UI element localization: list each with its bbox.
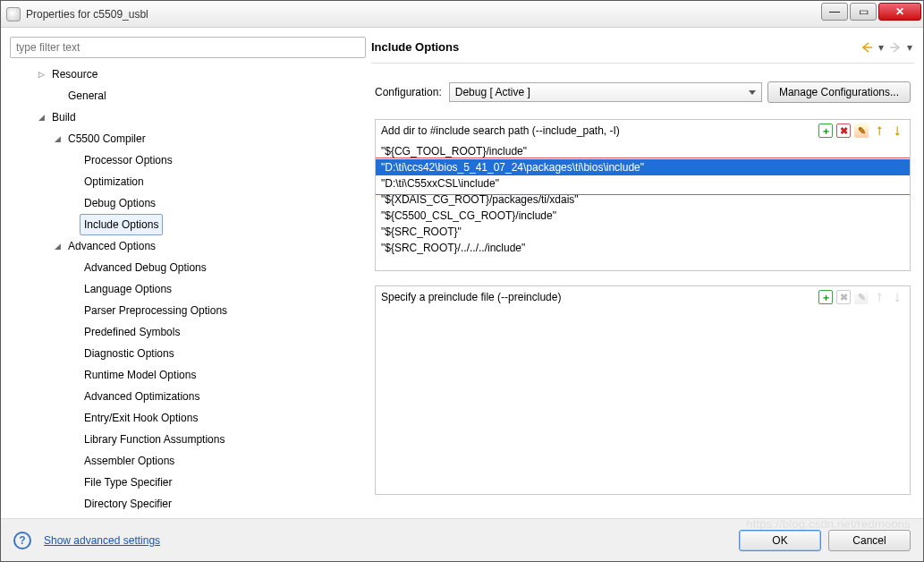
list-item[interactable]: "D:\ti\C55xxCSL\include" — [376, 175, 910, 192]
page-title: Include Options — [371, 40, 857, 54]
tree-item-label: Debug Options — [80, 192, 160, 214]
list-item[interactable]: "${SRC_ROOT}/../../../include" — [376, 240, 910, 256]
list-item[interactable]: "${C5500_CSL_CG_ROOT}/include" — [376, 208, 910, 224]
tree-item[interactable]: File Type Specifier — [10, 472, 366, 493]
tree-twisty-icon[interactable]: ◢ — [51, 130, 64, 148]
preinclude-title: Specify a preinclude file (--preinclude) — [381, 291, 818, 303]
tree-item-label: Runtime Model Options — [80, 364, 200, 386]
move-up-preinclude-icon[interactable]: ⭡ — [872, 290, 886, 304]
window-buttons: — ▭ ✕ — [819, 3, 921, 21]
window-title: Properties for c5509_usbl — [26, 8, 819, 21]
show-advanced-link[interactable]: Show advanced settings — [44, 534, 160, 547]
close-button[interactable]: ✕ — [878, 3, 921, 21]
tree-twisty-icon[interactable]: ▷ — [35, 65, 47, 83]
cancel-button[interactable]: Cancel — [828, 530, 911, 551]
tree-item[interactable]: General — [10, 85, 366, 106]
maximize-icon: ▭ — [859, 5, 869, 18]
tree-item-label: Optimization — [80, 171, 148, 192]
nav-back-button[interactable] — [859, 39, 875, 55]
tree-item-label: Directory Specifier — [80, 493, 176, 509]
include-path-toolbar: ＋ ✖ ✎ ⭡ ⭣ — [818, 123, 904, 138]
include-path-panel: Add dir to #include search path (--inclu… — [375, 119, 911, 271]
tree-item-label: Include Options — [80, 214, 163, 235]
content-column: Include Options ▾ ▾ Configuration: Debug… — [371, 37, 914, 509]
tree-item[interactable]: Library Function Assumptions — [10, 429, 366, 450]
nav-column: ▷ResourceGeneral◢Build◢C5500 CompilerPro… — [10, 37, 366, 509]
tree-twisty-icon[interactable]: ◢ — [51, 237, 64, 255]
tree-item[interactable]: Processor Options — [10, 149, 366, 171]
tree-item[interactable]: Include Options — [10, 214, 366, 235]
tree-item[interactable]: Language Options — [10, 278, 366, 300]
app-icon — [6, 7, 21, 21]
nav-forward-button[interactable] — [887, 39, 903, 55]
add-path-icon[interactable]: ＋ — [818, 123, 833, 138]
nav-tree[interactable]: ▷ResourceGeneral◢Build◢C5500 CompilerPro… — [10, 64, 366, 509]
list-item[interactable]: "${CG_TOOL_ROOT}/include" — [376, 143, 910, 159]
filter-input[interactable] — [10, 37, 366, 58]
include-path-header: Add dir to #include search path (--inclu… — [376, 120, 910, 143]
move-up-icon[interactable]: ⭡ — [872, 123, 886, 138]
delete-path-icon[interactable]: ✖ — [836, 123, 851, 138]
configuration-row: Configuration: Debug [ Active ] Manage C… — [375, 81, 911, 103]
include-path-title: Add dir to #include search path (--inclu… — [381, 124, 818, 137]
tree-item[interactable]: ◢C5500 Compiler — [10, 128, 366, 149]
edit-preinclude-icon[interactable]: ✎ — [854, 290, 869, 304]
tree-twisty-icon[interactable]: ◢ — [35, 108, 47, 126]
tree-item[interactable]: Predefined Symbols — [10, 321, 366, 343]
dialog-footer: ? Show advanced settings OK Cancel — [1, 518, 923, 561]
nav-back-menu-button[interactable]: ▾ — [877, 39, 886, 55]
configuration-label: Configuration: — [375, 86, 442, 98]
titlebar: Properties for c5509_usbl — ▭ ✕ — [1, 1, 923, 28]
tree-item[interactable]: Advanced Debug Options — [10, 257, 366, 278]
tree-item[interactable]: Directory Specifier — [10, 493, 366, 509]
tree-item-label: Language Options — [80, 278, 176, 300]
delete-preinclude-icon[interactable]: ✖ — [836, 290, 851, 304]
tree-item-label: Build — [47, 106, 81, 128]
tree-item[interactable]: Runtime Model Options — [10, 364, 366, 386]
list-item[interactable]: "${XDAIS_CG_ROOT}/packages/ti/xdais" — [376, 192, 910, 208]
tree-item-label: Resource — [47, 64, 102, 85]
tree-item[interactable]: Assembler Options — [10, 450, 366, 472]
move-down-preinclude-icon[interactable]: ⭣ — [890, 290, 904, 304]
ok-button[interactable]: OK — [739, 530, 821, 551]
nav-forward-menu-button[interactable]: ▾ — [905, 39, 914, 55]
tree-item-label: File Type Specifier — [80, 472, 177, 493]
tree-item[interactable]: ◢Advanced Options — [10, 235, 366, 257]
tree-item-label: Assembler Options — [80, 450, 179, 472]
help-icon[interactable]: ? — [13, 532, 31, 549]
minimize-button[interactable]: — — [821, 3, 848, 21]
close-icon: ✕ — [895, 5, 904, 18]
dialog-body: ▷ResourceGeneral◢Build◢C5500 CompilerPro… — [1, 28, 923, 518]
add-preinclude-icon[interactable]: ＋ — [818, 290, 833, 304]
tree-item-label: Advanced Debug Options — [80, 257, 211, 278]
move-down-icon[interactable]: ⭣ — [890, 123, 904, 138]
preinclude-list[interactable] — [376, 310, 910, 494]
list-item[interactable]: "D:\ti\ccs42\bios_5_41_07_24\packages\ti… — [376, 159, 910, 175]
edit-path-icon[interactable]: ✎ — [854, 123, 869, 138]
tree-item-label: Entry/Exit Hook Options — [80, 407, 202, 429]
tree-item-label: Predefined Symbols — [80, 321, 184, 343]
tree-item-label: Diagnostic Options — [80, 343, 179, 364]
manage-configurations-button[interactable]: Manage Configurations... — [767, 81, 911, 103]
tree-item[interactable]: Debug Options — [10, 192, 366, 214]
tree-item-label: Advanced Optimizations — [80, 386, 204, 407]
arrow-right-icon — [889, 41, 902, 54]
tree-item-label: Advanced Options — [64, 235, 160, 257]
tree-item[interactable]: Parser Preprocessing Options — [10, 300, 366, 321]
tree-item[interactable]: ◢Build — [10, 106, 366, 128]
tree-item[interactable]: Advanced Optimizations — [10, 386, 366, 407]
tree-item[interactable]: Diagnostic Options — [10, 343, 366, 364]
include-path-list[interactable]: "${CG_TOOL_ROOT}/include""D:\ti\ccs42\bi… — [376, 143, 910, 270]
list-item[interactable]: "${SRC_ROOT}" — [376, 224, 910, 240]
maximize-button[interactable]: ▭ — [850, 3, 877, 21]
preinclude-header: Specify a preinclude file (--preinclude)… — [376, 286, 910, 310]
tree-item-label: Processor Options — [80, 149, 177, 171]
configuration-combo[interactable]: Debug [ Active ] — [449, 82, 762, 102]
preinclude-panel: Specify a preinclude file (--preinclude)… — [375, 285, 911, 495]
tree-item[interactable]: Entry/Exit Hook Options — [10, 407, 366, 429]
arrow-left-icon — [860, 41, 873, 54]
tree-item[interactable]: Optimization — [10, 171, 366, 192]
tree-item-label: C5500 Compiler — [64, 128, 150, 149]
preinclude-toolbar: ＋ ✖ ✎ ⭡ ⭣ — [818, 290, 904, 304]
tree-item[interactable]: ▷Resource — [10, 64, 366, 85]
